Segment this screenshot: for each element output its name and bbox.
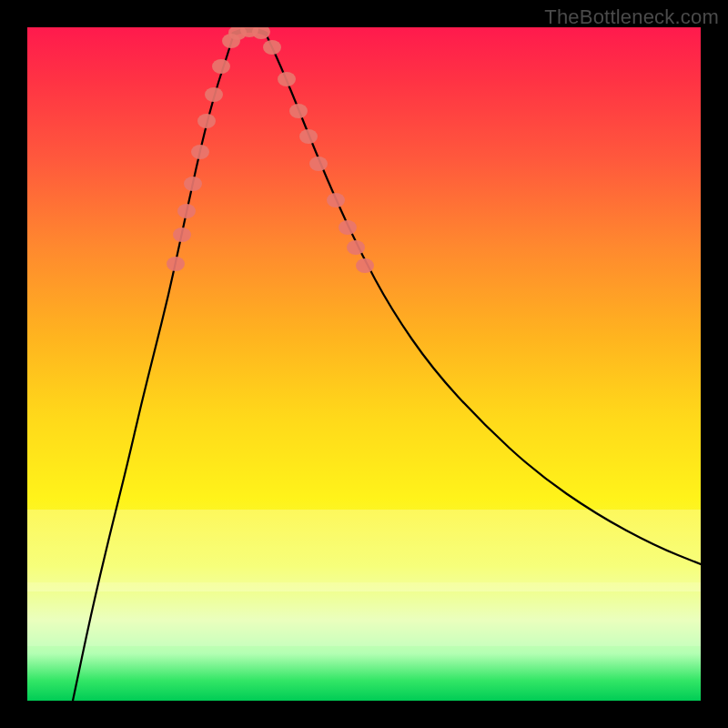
chart-plot-area [27,27,701,701]
chart-frame: TheBottleneck.com [0,0,728,728]
watermark-text: TheBottleneck.com [544,5,719,29]
